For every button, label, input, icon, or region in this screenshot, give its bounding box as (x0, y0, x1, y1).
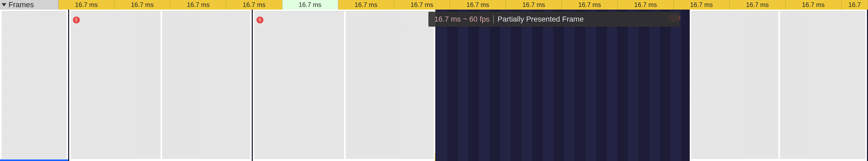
frame-timing: 16.7 (848, 1, 861, 8)
frame-timing: 16.7 ms (690, 1, 713, 8)
frame-timing: 16.7 ms (411, 1, 433, 8)
frame-cell[interactable]: 16.7 ms (170, 0, 226, 9)
frame-timing: 16.7 ms (746, 1, 769, 8)
frames-row[interactable]: Frames 16.7 ms 16.7 ms 16.7 ms 16.7 ms 1… (0, 0, 868, 9)
frame-timing: 16.7 ms (355, 1, 377, 8)
frame-cell[interactable]: 16.7 (841, 0, 868, 9)
frame-divider-tick (435, 154, 436, 161)
collapse-triangle-icon[interactable] (2, 3, 6, 6)
frame-tooltip: 16.7 ms ~ 60 fps Partially Presented Fra… (428, 12, 680, 27)
frame-cell[interactable]: 16.7 ms (562, 0, 618, 9)
screenshot-thumbnail[interactable] (0, 9, 69, 161)
page-text-preview (2, 11, 66, 159)
frame-cell[interactable]: 16.7 ms (338, 0, 394, 9)
marker-badge-icon: 5 (73, 17, 80, 23)
frame-timing: 16.7 ms (802, 1, 825, 8)
frame-timing: 16.7 ms (187, 1, 209, 8)
tooltip-timing: 16.7 ms ~ 60 fps (434, 15, 490, 23)
frame-timing: 16.7 ms (634, 1, 657, 8)
screenshot-thumbnail[interactable] (690, 9, 868, 161)
frame-cell[interactable]: 16.7 ms (618, 0, 674, 9)
frame-cell[interactable]: 16.7 ms (59, 0, 115, 9)
frames-row-title: Frames (8, 0, 34, 9)
empty-timeline-region[interactable] (436, 9, 690, 161)
screenshots-row[interactable]: 5 5 (0, 9, 868, 161)
screenshot-thumbnail[interactable]: 5 (69, 9, 253, 161)
frame-cell[interactable]: 16.7 ms (450, 0, 506, 9)
frame-cell[interactable]: 16.7 ms (226, 0, 282, 9)
frame-timing: 16.7 ms (243, 1, 265, 8)
frame-cell[interactable]: 16.7 ms (674, 0, 730, 9)
frame-cell[interactable]: 16.7 ms (394, 0, 450, 9)
screenshot-thumbnail[interactable]: 5 (253, 9, 436, 161)
frame-cell[interactable]: 16.7 ms (785, 0, 841, 9)
loading-bar (0, 159, 68, 161)
page-text-preview (691, 11, 865, 159)
frame-timing: 16.7 ms (299, 1, 321, 8)
page-text-preview (254, 11, 434, 159)
frame-timing: 16.7 ms (466, 1, 489, 8)
tooltip-status: Partially Presented Frame (498, 15, 584, 23)
frame-cell[interactable]: 16.7 ms (730, 0, 785, 9)
frames-row-label[interactable]: Frames (0, 0, 59, 9)
frame-cell[interactable]: 16.7 ms (506, 0, 562, 9)
frame-timing: 16.7 ms (522, 1, 545, 8)
frame-cell[interactable]: 16.7 ms (282, 0, 338, 9)
tooltip-divider-icon (493, 15, 494, 23)
frame-timing: 16.7 ms (578, 1, 601, 8)
page-text-preview (71, 11, 250, 159)
frame-timing: 16.7 ms (75, 1, 98, 8)
frame-timing: 16.7 ms (131, 1, 154, 8)
frame-cell[interactable]: 16.7 ms (115, 0, 170, 9)
marker-badge-icon: 5 (256, 17, 264, 23)
